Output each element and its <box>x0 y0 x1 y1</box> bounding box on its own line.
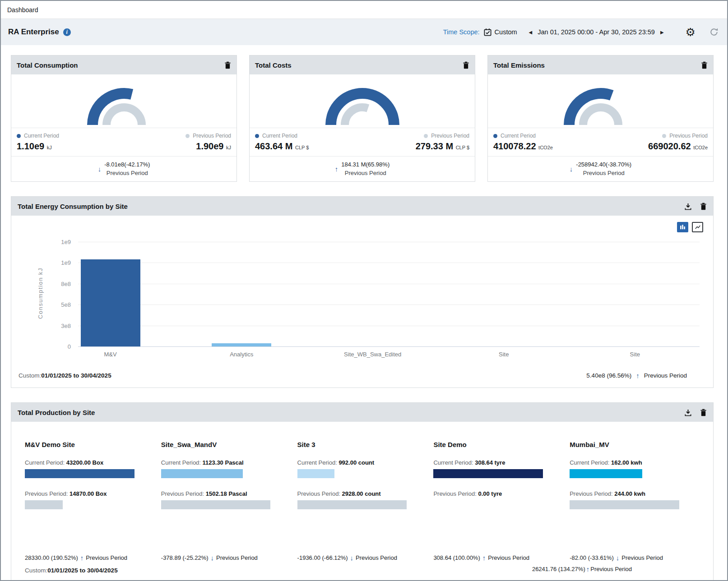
previous-range-arrow[interactable]: ◀ <box>529 30 533 35</box>
consumption-total-delta: 5.40e8 (96.56%) ↑ Previous Period <box>586 372 687 379</box>
delta-up-arrow: ↑ <box>636 372 640 379</box>
delta-arrow: ↑ <box>80 554 84 562</box>
x-axis-tick: M&V <box>104 351 117 358</box>
delta-value: 184.31 M(65.98%) <box>341 161 390 169</box>
time-scope-mode[interactable]: Custom <box>495 28 517 36</box>
x-axis-tick: Site <box>630 351 640 358</box>
kpi-card-header: Total Consumption <box>11 55 236 74</box>
delta-label: Previous Period <box>576 169 631 178</box>
delta-arrow: ↑ <box>335 165 338 173</box>
gridline <box>78 326 700 326</box>
dashboard-header: RA Enterprise i Time Scope: Custom ◀ Jan… <box>1 19 727 45</box>
current-period-dot <box>493 134 497 138</box>
consumption-panel: Total Energy Consumption by Site <box>11 196 714 388</box>
refresh-icon[interactable] <box>709 27 719 37</box>
bar-chart-plot: Consumption kJ 03e85e88e81e91e9M&VAnalyt… <box>19 240 706 366</box>
gridline <box>78 284 700 284</box>
current-period-bar <box>297 469 334 478</box>
current-period-label: Current Period <box>501 133 536 139</box>
production-panel: Total Production by Site M&V Demo Site C… <box>11 402 714 581</box>
previous-period-dot <box>424 134 428 138</box>
gridline <box>78 263 700 263</box>
previous-period-dot <box>185 134 190 138</box>
consumption-chart-footer: Custom:01/01/2025 to 30/04/2025 5.40e8 (… <box>11 366 713 387</box>
gridline <box>78 346 700 347</box>
current-period-unit: tCO2e <box>538 145 553 150</box>
previous-period-label: Previous Period: <box>433 490 476 497</box>
dashboard-content: Total Consumption Current Period 1.10e9 … <box>1 45 727 581</box>
kpi-card: Total Emissions Current Period 410078.22… <box>487 55 714 182</box>
current-period-value: 992.00 count <box>338 459 374 466</box>
current-period-label: Current Period: <box>433 459 473 466</box>
app-frame: Dashboard RA Enterprise i Time Scope: Cu… <box>0 0 728 581</box>
delta-label: Previous Period <box>216 554 258 561</box>
current-period-value: 308.64 tyre <box>475 459 505 466</box>
download-icon[interactable] <box>684 203 692 210</box>
site-delta: -1936.00 (-66.12%) ↓ Previous Period <box>297 554 422 562</box>
consumption-chart: Consumption kJ 03e85e88e81e91e9M&VAnalyt… <box>11 216 713 366</box>
current-period-bar <box>161 469 243 478</box>
production-site-column: Site Demo Current Period: 308.64 tyre Pr… <box>433 441 570 562</box>
custom-range-value: 01/01/2025 to 30/04/2025 <box>41 372 111 379</box>
calendar-icon[interactable] <box>483 28 492 37</box>
production-sites-row: M&V Demo Site Current Period: 43200.00 B… <box>11 422 713 562</box>
previous-period-value: 0.00 tyre <box>478 490 502 497</box>
current-period-dot <box>17 134 21 138</box>
previous-period-value: 244.00 kwh <box>614 490 645 497</box>
delete-widget-icon[interactable] <box>463 61 469 69</box>
delete-widget-icon[interactable] <box>700 409 707 416</box>
date-range[interactable]: Jan 01, 2025 00:00 - Apr 30, 2025 23:59 <box>538 28 655 36</box>
dashboard-title: RA Enterprise <box>8 28 59 37</box>
current-period-value: 410078.22 <box>493 141 536 151</box>
current-period-bar <box>570 469 642 478</box>
kpi-card-title: Total Consumption <box>17 61 78 69</box>
previous-period-value: 2928.00 count <box>342 490 381 497</box>
site-name: Site_Swa_MandV <box>161 441 286 448</box>
consumption-panel-header: Total Energy Consumption by Site <box>11 197 713 216</box>
kpi-delta: ↓ -258942.40(-38.70%) Previous Period <box>488 156 713 181</box>
current-period-label: Current Period <box>262 133 297 139</box>
kpi-card-row: Total Consumption Current Period 1.10e9 … <box>11 55 714 182</box>
current-period-value: 1123.30 Pascal <box>203 459 244 466</box>
delta-arrow: ↓ <box>98 165 102 173</box>
previous-period-label: Previous Period: <box>25 490 68 497</box>
current-period-bar <box>433 469 543 478</box>
current-period-label: Current Period: <box>161 459 201 466</box>
delta-value: -378.89 (-25.22%) <box>161 554 209 561</box>
kpi-card-header: Total Emissions <box>488 55 713 74</box>
consumption-bar-M&V[interactable] <box>81 259 140 346</box>
previous-period-label: Previous Period <box>669 133 708 139</box>
next-range-arrow[interactable]: ▶ <box>660 30 664 35</box>
delta-label: Previous Period <box>341 169 390 178</box>
y-axis-tick: 3e8 <box>61 322 71 329</box>
current-period-label: Current Period: <box>25 459 65 466</box>
gauge-chart <box>11 74 236 128</box>
consumption-bar-Analytics[interactable] <box>212 343 271 346</box>
previous-period-value: 14870.00 Box <box>70 490 107 497</box>
previous-period-value: 279.33 M <box>416 141 453 151</box>
production-total-delta: 26241.76 (134.27%) ↑ Previous Period <box>532 565 632 573</box>
previous-period-label: Previous Period: <box>297 490 340 497</box>
line-chart-toggle-icon[interactable] <box>692 222 703 232</box>
info-icon[interactable]: i <box>63 28 71 36</box>
y-axis-title: Consumption kJ <box>37 267 44 319</box>
site-name: M&V Demo Site <box>25 441 149 448</box>
bar-chart-toggle-icon[interactable] <box>677 222 688 232</box>
custom-range-value: 01/01/2025 to 30/04/2025 <box>47 567 117 574</box>
kpi-delta: ↑ 184.31 M(65.98%) Previous Period <box>250 156 475 181</box>
previous-period-unit: tCO2e <box>693 145 708 150</box>
delta-arrow: ↓ <box>350 554 354 562</box>
site-delta: -378.89 (-25.22%) ↓ Previous Period <box>161 554 286 562</box>
current-period-value: 1.10e9 <box>17 141 44 151</box>
delta-arrow: ↓ <box>616 554 620 562</box>
download-icon[interactable] <box>684 409 692 416</box>
gauge-chart <box>488 74 713 128</box>
delta-arrow: ↓ <box>211 554 214 562</box>
delete-widget-icon[interactable] <box>224 61 231 69</box>
previous-period-label: Previous Period: <box>570 490 612 497</box>
delta-label: Previous Period <box>621 554 663 561</box>
previous-period-bar <box>297 500 407 509</box>
settings-gear-icon[interactable]: ⚙ <box>686 27 696 38</box>
delete-widget-icon[interactable] <box>700 203 707 210</box>
delete-widget-icon[interactable] <box>701 61 708 69</box>
